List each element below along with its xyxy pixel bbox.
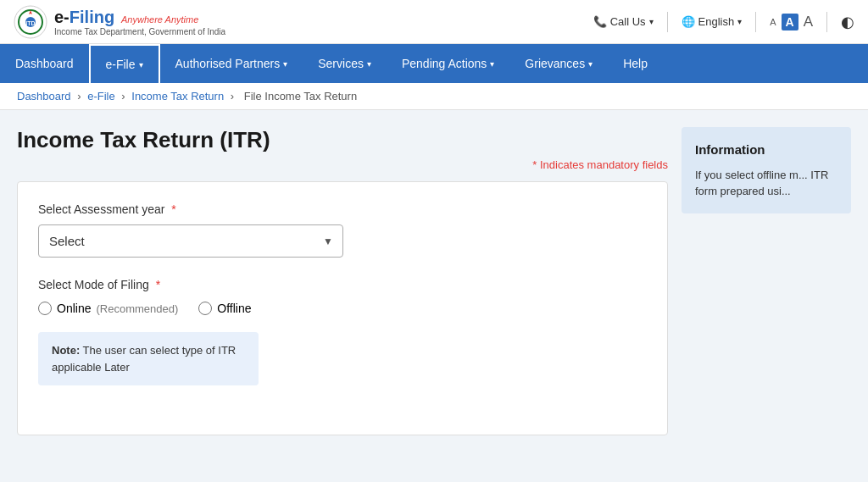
online-option[interactable]: Online (Recommended) [38,302,178,315]
mode-radio-group: Online (Recommended) Offline [38,302,647,315]
nav-dashboard[interactable]: Dashboard [0,44,89,83]
note-text: The user can select type of ITR applicab… [52,344,236,374]
font-large-button[interactable]: A [804,14,813,30]
chevron-down-icon: ▾ [367,59,371,69]
info-panel: Information If you select offline m... I… [682,127,851,435]
breadcrumb-separator: › [77,90,84,102]
assessment-year-label: Select Assessment year * [38,202,647,216]
breadcrumb-separator: › [231,90,237,102]
nav-partners-label: Authorised Partners [175,57,281,70]
mode-of-filing-label: Select Mode of Filing * [38,278,647,291]
required-star: * [532,158,537,171]
note-box: Note: The user can select type of ITR ap… [38,332,259,385]
nav-pending-actions[interactable]: Pending Actions ▾ [387,44,509,83]
note-bold: Note: [52,344,80,357]
nav-help-label: Help [623,57,648,70]
chevron-down-icon: ▾ [490,59,494,69]
assessment-year-select[interactable]: Select 2024-25 2023-24 2022-23 [38,224,343,258]
call-us-button[interactable]: 📞 Call Us ▾ [593,15,654,28]
online-radio[interactable] [38,302,52,315]
contrast-button[interactable]: ◐ [841,13,854,31]
breadcrumb-current: File Income Tax Return [244,90,357,102]
phone-icon: 📞 [593,15,607,28]
nav-bar: Dashboard e-File ▾ Authorised Partners ▾… [0,44,868,83]
page-title: Income Tax Return (ITR) [17,127,668,153]
form-card: Select Assessment year * Select 2024-25 … [17,181,668,435]
logo-area: ITD e-Filing Anywhere Anytime Income Tax… [14,5,225,39]
assessment-year-select-wrapper: Select 2024-25 2023-24 2022-23 ▼ [38,224,343,258]
emblem-icon: ITD [14,5,47,39]
divider [826,12,827,32]
top-right-controls: 📞 Call Us ▾ 🌐 English ▾ A A A ◐ [593,12,854,32]
top-bar: ITD e-Filing Anywhere Anytime Income Tax… [0,0,868,44]
font-controls: A A A [770,14,813,30]
breadcrumb-efile[interactable]: e-File [87,90,115,102]
form-section: Income Tax Return (ITR) * Indicates mand… [17,127,668,435]
chevron-down-icon: ▾ [283,59,287,69]
logo-text: e-Filing Anywhere Anytime Income Tax Dep… [54,8,225,36]
info-card: Information If you select offline m... I… [682,127,851,213]
offline-option[interactable]: Offline [198,302,251,315]
nav-authorised-partners[interactable]: Authorised Partners ▾ [160,44,303,83]
nav-grievances-label: Grievances [525,57,585,70]
breadcrumb: Dashboard › e-File › Income Tax Return ›… [0,83,868,110]
nav-help[interactable]: Help [608,44,663,83]
offline-radio[interactable] [198,302,212,315]
logo-brand: e-Filing Anywhere Anytime [54,8,225,27]
mandatory-note: * Indicates mandatory fields [17,158,668,171]
main-content: Income Tax Return (ITR) * Indicates mand… [0,110,868,452]
breadcrumb-separator: › [121,90,128,102]
online-label: Online [57,302,91,315]
info-text: If you select offline m... ITR form prep… [695,167,837,200]
font-medium-button[interactable]: A [782,14,798,30]
required-indicator: * [171,202,175,216]
nav-services-label: Services [318,57,364,70]
chevron-down-icon: ▾ [737,17,742,26]
divider [667,12,668,32]
chevron-down-icon: ▾ [139,60,143,69]
globe-icon: 🌐 [682,15,695,28]
svg-text:ITD: ITD [25,20,35,26]
nav-efile-label: e-File [106,58,136,71]
breadcrumb-income-tax-return[interactable]: Income Tax Return [131,90,224,102]
font-small-button[interactable]: A [770,17,776,27]
chevron-down-icon: ▾ [649,17,654,26]
breadcrumb-dashboard[interactable]: Dashboard [17,90,71,102]
nav-dashboard-label: Dashboard [15,57,74,70]
divider [755,12,756,32]
recommended-label: (Recommended) [96,302,178,315]
required-indicator: * [156,278,160,291]
nav-services[interactable]: Services ▾ [303,44,387,83]
language-selector[interactable]: 🌐 English ▾ [682,15,743,28]
nav-efile[interactable]: e-File ▾ [89,44,160,83]
chevron-down-icon: ▾ [588,59,593,69]
nav-pending-label: Pending Actions [402,57,487,70]
offline-label: Offline [217,302,251,315]
info-title: Information [695,141,837,160]
nav-grievances[interactable]: Grievances ▾ [509,44,608,83]
logo-subtitle: Income Tax Department, Government of Ind… [54,27,225,36]
